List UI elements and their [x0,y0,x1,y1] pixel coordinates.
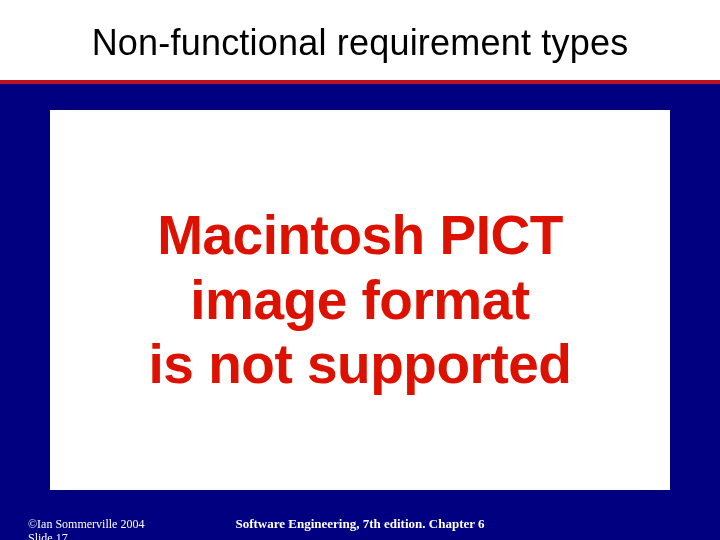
error-line-1: Macintosh PICT [149,203,572,268]
slide-title: Non-functional requirement types [0,22,720,64]
error-line-3: is not supported [149,332,572,397]
content-area: Macintosh PICT image format is not suppo… [50,110,670,490]
slide-container: Non-functional requirement types Macinto… [0,0,720,540]
footer: ©Ian Sommerville 2004 Software Engineeri… [0,502,720,532]
footer-slide-number: Slide 17 [28,531,68,540]
footer-book-title: Software Engineering, 7th edition. Chapt… [0,516,720,532]
image-error-message: Macintosh PICT image format is not suppo… [149,203,572,398]
title-area: Non-functional requirement types [0,0,720,84]
error-line-2: image format [149,268,572,333]
